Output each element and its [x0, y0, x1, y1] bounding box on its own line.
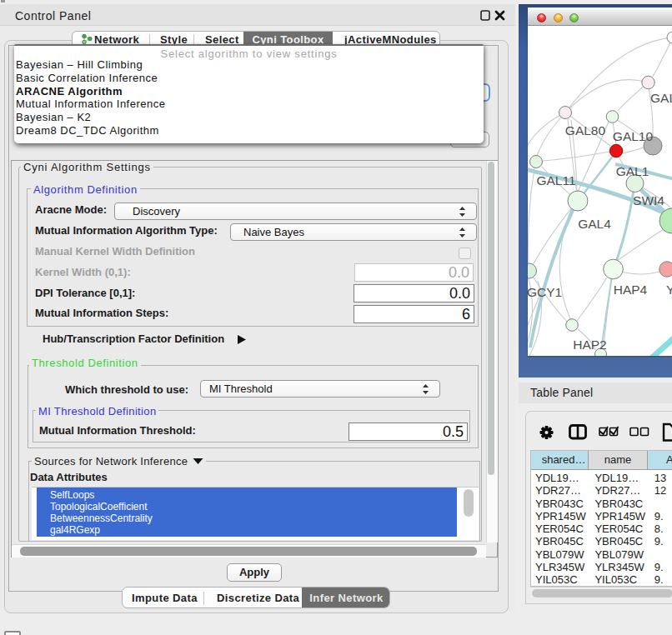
- svg-text:GAL4: GAL4: [578, 217, 611, 231]
- svg-text:GAL7: GAL7: [650, 91, 672, 105]
- svg-text:HAP2: HAP2: [573, 338, 607, 352]
- svg-text:YEL: YEL: [666, 282, 672, 297]
- svg-text:GAL11: GAL11: [536, 173, 575, 188]
- svg-text:GAL1: GAL1: [616, 164, 649, 178]
- svg-text:GCY1: GCY1: [528, 285, 562, 299]
- svg-text:GAL10: GAL10: [613, 129, 654, 143]
- svg-text:GAL80: GAL80: [565, 123, 606, 138]
- svg-text:HAP4: HAP4: [614, 282, 648, 297]
- svg-text:SWI4: SWI4: [633, 193, 664, 208]
